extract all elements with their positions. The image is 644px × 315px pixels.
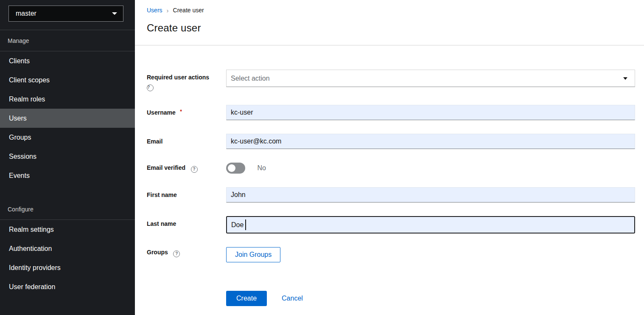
- breadcrumb-separator-icon: ›: [167, 7, 169, 14]
- help-icon[interactable]: ?: [147, 84, 154, 91]
- sidebar-item-events[interactable]: Events: [0, 166, 135, 185]
- groups-label: Groups: [147, 249, 168, 256]
- email-verified-toggle[interactable]: [226, 163, 245, 174]
- email-verified-state: No: [257, 164, 266, 172]
- required-user-actions-select[interactable]: Select action: [226, 70, 635, 87]
- sidebar-item-realm-roles[interactable]: Realm roles: [0, 90, 135, 109]
- sidebar-item-authentication[interactable]: Authentication: [0, 239, 135, 258]
- help-icon[interactable]: ?: [173, 250, 180, 257]
- sidebar-item-clients[interactable]: Clients: [0, 51, 135, 70]
- field-row-last-name: Last name: [147, 216, 635, 233]
- form-actions: Create Cancel: [226, 291, 635, 306]
- create-user-form: Required user actions ? Select action Us…: [135, 45, 644, 306]
- first-name-label: First name: [147, 191, 177, 198]
- create-button[interactable]: Create: [226, 291, 267, 306]
- sidebar: master Manage Clients Client scopes Real…: [0, 0, 135, 315]
- field-row-required-user-actions: Required user actions ? Select action: [147, 70, 635, 91]
- field-row-email-verified: Email verified ? No: [147, 163, 635, 174]
- sidebar-item-user-federation[interactable]: User federation: [0, 277, 135, 296]
- sidebar-item-client-scopes[interactable]: Client scopes: [0, 70, 135, 90]
- input-col: Select action: [226, 70, 635, 87]
- realm-selector-area: master: [0, 0, 135, 30]
- required-asterisk: *: [180, 109, 182, 115]
- breadcrumb: Users › Create user: [147, 7, 644, 14]
- select-placeholder: Select action: [231, 75, 270, 82]
- nav-section-title-manage: Manage: [0, 30, 135, 51]
- label-col: Email verified ?: [147, 163, 226, 173]
- input-col: [226, 187, 635, 202]
- email-label: Email: [147, 138, 162, 145]
- username-label: Username: [147, 109, 176, 116]
- sidebar-item-sessions[interactable]: Sessions: [0, 147, 135, 166]
- nav-section-manage: Manage Clients Client scopes Realm roles…: [0, 30, 135, 185]
- field-row-first-name: First name: [147, 187, 635, 202]
- field-row-username: Username *: [147, 105, 635, 120]
- page-title: Create user: [147, 22, 644, 34]
- join-groups-button[interactable]: Join Groups: [226, 247, 280, 262]
- page-header: Users › Create user Create user: [135, 0, 644, 45]
- label-col: Username *: [147, 105, 226, 116]
- caret-down-icon: [623, 77, 627, 80]
- email-input[interactable]: [226, 134, 635, 149]
- last-name-input[interactable]: [226, 216, 635, 233]
- input-col: [226, 216, 635, 233]
- username-input[interactable]: [226, 105, 635, 120]
- label-col: Required user actions ?: [147, 70, 226, 91]
- main-content: Users › Create user Create user Required…: [135, 0, 644, 315]
- label-col: Last name: [147, 216, 226, 228]
- caret-down-icon: [112, 12, 117, 15]
- required-user-actions-label: Required user actions: [147, 74, 209, 81]
- help-icon[interactable]: ?: [191, 166, 198, 173]
- last-name-label: Last name: [147, 220, 176, 227]
- input-col: [226, 105, 635, 120]
- breadcrumb-link-users[interactable]: Users: [147, 7, 162, 14]
- label-col: Groups ?: [147, 247, 226, 257]
- input-col: No: [226, 163, 635, 174]
- input-col: [226, 134, 635, 149]
- email-verified-label: Email verified: [147, 164, 185, 171]
- label-col: Email: [147, 134, 226, 145]
- nav-list-manage: Clients Client scopes Realm roles Users …: [0, 51, 135, 185]
- nav-list-configure: Realm settings Authentication Identity p…: [0, 220, 135, 296]
- sidebar-item-users[interactable]: Users: [0, 109, 135, 128]
- toggle-knob: [228, 164, 235, 172]
- realm-selector-value: master: [16, 10, 36, 17]
- nav-section-title-configure: Configure: [0, 199, 135, 220]
- sidebar-item-identity-providers[interactable]: Identity providers: [0, 258, 135, 277]
- breadcrumb-current: Create user: [173, 7, 204, 14]
- field-row-groups: Groups ? Join Groups: [147, 247, 635, 262]
- sidebar-item-groups[interactable]: Groups: [0, 128, 135, 147]
- input-col: Join Groups: [226, 247, 635, 262]
- cancel-link[interactable]: Cancel: [282, 295, 303, 302]
- label-col: First name: [147, 187, 226, 199]
- realm-selector-dropdown[interactable]: master: [8, 6, 123, 22]
- nav-section-configure: Configure Realm settings Authentication …: [0, 199, 135, 296]
- sidebar-item-realm-settings[interactable]: Realm settings: [0, 220, 135, 239]
- first-name-input[interactable]: [226, 187, 635, 202]
- field-row-email: Email: [147, 134, 635, 149]
